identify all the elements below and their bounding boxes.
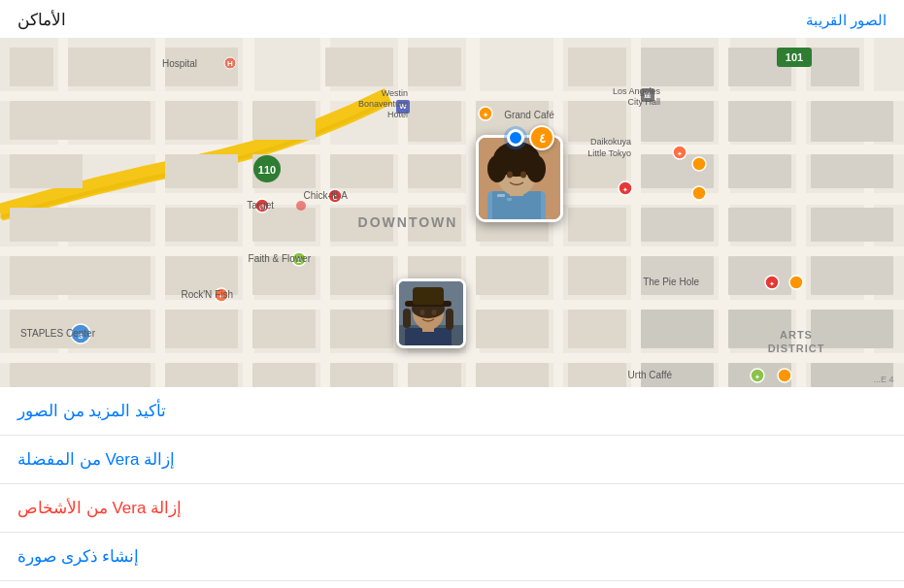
svg-rect-59: [330, 256, 393, 295]
svg-rect-9: [155, 38, 165, 387]
svg-text:E 4...: E 4...: [873, 375, 893, 384]
svg-rect-27: [811, 48, 859, 86]
svg-text:Faith & Flower: Faith & Flower: [249, 253, 312, 264]
svg-text:✦: ✦: [483, 112, 488, 118]
menu-item-label: إزالة Vera من المفضلة: [17, 449, 175, 470]
svg-text:✦: ✦: [622, 186, 628, 193]
svg-rect-20: [68, 48, 151, 86]
svg-text:✦: ✦: [754, 374, 760, 380]
svg-rect-67: [165, 310, 238, 348]
svg-rect-154: [507, 198, 512, 201]
svg-rect-65: [811, 256, 893, 295]
svg-rect-38: [165, 154, 238, 188]
svg-rect-165: [403, 309, 411, 328]
svg-rect-35: [728, 101, 791, 142]
svg-rect-11: [320, 38, 330, 387]
svg-text:Urth Caffé: Urth Caffé: [628, 370, 673, 380]
svg-rect-77: [165, 363, 238, 387]
header: الصور القريبة الأماكن: [0, 0, 904, 38]
photo-thumbnail-2: [396, 278, 466, 348]
svg-text:The Pie Hole: The Pie Hole: [643, 277, 699, 287]
svg-rect-45: [811, 154, 893, 188]
menu-item-create-memory[interactable]: إنشاء ذكرى صورة: [0, 533, 904, 581]
svg-rect-81: [476, 363, 549, 387]
svg-rect-33: [568, 101, 626, 142]
location-dot: [507, 129, 524, 147]
svg-rect-3: [0, 145, 904, 154]
map-area[interactable]: 110 101 Hospital H ✦ Grand Café W Westin…: [0, 38, 904, 387]
svg-rect-40: [330, 154, 393, 188]
svg-rect-82: [568, 363, 626, 387]
svg-rect-79: [330, 363, 393, 387]
menu-item-label: تأكيد المزيد من الصور: [17, 401, 166, 421]
svg-rect-55: [811, 208, 893, 242]
svg-text:✦: ✦: [677, 150, 683, 157]
svg-rect-153: [497, 194, 505, 197]
svg-rect-41: [408, 154, 461, 188]
svg-rect-63: [641, 256, 714, 295]
svg-rect-62: [568, 256, 626, 295]
svg-rect-72: [568, 310, 626, 348]
svg-rect-36: [811, 101, 893, 142]
svg-text:Grand Café: Grand Café: [504, 110, 554, 120]
menu-item-reduce-feature[interactable]: تقليل تمييز Vera: [0, 581, 904, 588]
svg-text:DOWNTOWN: DOWNTOWN: [358, 214, 458, 230]
svg-rect-42: [568, 154, 626, 188]
svg-rect-25: [641, 48, 714, 86]
svg-text:Target: Target: [247, 200, 274, 211]
photo-pin-2[interactable]: [396, 278, 466, 348]
svg-text:Westin: Westin: [382, 88, 408, 98]
svg-rect-7: [0, 353, 904, 363]
page-title: الأماكن: [17, 10, 66, 30]
svg-point-111: [296, 201, 306, 211]
svg-rect-5: [0, 246, 904, 256]
svg-text:Hotel: Hotel: [387, 110, 408, 119]
svg-rect-69: [330, 310, 393, 348]
svg-rect-2: [0, 91, 904, 101]
svg-point-129: [692, 157, 706, 171]
svg-rect-30: [252, 101, 316, 140]
svg-rect-29: [165, 101, 238, 140]
svg-rect-22: [325, 48, 393, 86]
menu-list: تأكيد المزيد من الصور إزالة Vera من المف…: [0, 387, 904, 588]
svg-rect-23: [408, 48, 461, 86]
svg-rect-61: [476, 256, 549, 295]
svg-point-164: [432, 310, 437, 315]
svg-rect-24: [568, 48, 626, 86]
photo-pin-1[interactable]: ٤: [476, 135, 563, 222]
photo-thumbnail-1: [476, 135, 563, 222]
menu-item-more-photos[interactable]: تأكيد المزيد من الصور: [0, 387, 904, 436]
svg-text:Hospital: Hospital: [162, 58, 197, 69]
svg-rect-28: [10, 101, 151, 140]
cluster-badge: ٤: [529, 125, 554, 150]
svg-rect-80: [408, 363, 461, 387]
svg-text:H: H: [227, 59, 233, 68]
menu-item-label: إزالة Vera من الأشخاص: [17, 498, 182, 518]
nearby-photos-link[interactable]: الصور القريبة: [806, 12, 887, 29]
svg-rect-4: [0, 193, 904, 205]
svg-text:Little Tokyo: Little Tokyo: [587, 148, 631, 158]
svg-text:✦: ✦: [769, 280, 775, 287]
svg-rect-31: [408, 101, 461, 142]
svg-rect-54: [728, 208, 791, 242]
svg-rect-73: [641, 310, 714, 348]
svg-text:Rock'N Fish: Rock'N Fish: [181, 289, 233, 300]
svg-rect-56: [10, 256, 151, 295]
svg-text:Bonaventure: Bonaventure: [358, 99, 408, 109]
svg-rect-37: [10, 154, 83, 188]
svg-rect-162: [413, 287, 444, 305]
svg-point-140: [778, 369, 791, 382]
svg-text:Los Angeles: Los Angeles: [613, 86, 661, 96]
menu-item-remove-person[interactable]: إزالة Vera من الأشخاص: [0, 484, 904, 533]
svg-rect-52: [568, 208, 626, 242]
svg-rect-19: [10, 48, 53, 86]
svg-point-130: [692, 186, 706, 200]
svg-rect-71: [476, 310, 549, 348]
svg-point-152: [520, 172, 526, 179]
svg-point-151: [507, 172, 513, 179]
svg-point-134: [789, 276, 803, 289]
svg-rect-47: [165, 208, 238, 242]
svg-rect-76: [10, 363, 151, 387]
menu-item-remove-favorite[interactable]: إزالة Vera من المفضلة: [0, 436, 904, 484]
svg-rect-46: [10, 208, 151, 242]
